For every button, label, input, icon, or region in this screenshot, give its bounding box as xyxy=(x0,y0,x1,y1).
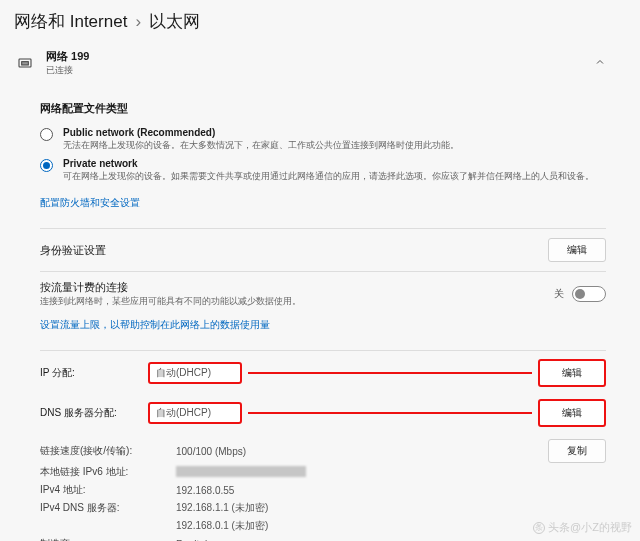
prop-ipv4-label: IPv4 地址: xyxy=(40,483,176,497)
metered-desc: 连接到此网络时，某些应用可能具有不同的功能以减少数据使用。 xyxy=(40,295,554,308)
radio-public-label: Public network (Recommended) xyxy=(63,127,606,138)
copy-button[interactable]: 复制 xyxy=(548,439,606,463)
breadcrumb-current: 以太网 xyxy=(149,10,200,33)
divider xyxy=(40,350,606,351)
prop-dns-value-2: 192.168.0.1 (未加密) xyxy=(176,519,268,533)
ip-edit-button[interactable]: 编辑 xyxy=(538,359,606,387)
radio-public[interactable]: Public network (Recommended) 无法在网络上发现你的设… xyxy=(40,124,606,155)
watermark: 条 头条@小Z的视野 xyxy=(533,520,632,535)
data-limit-link[interactable]: 设置流量上限，以帮助控制在此网络上的数据使用量 xyxy=(40,318,270,332)
metered-label: 按流量计费的连接 xyxy=(40,280,554,295)
ethernet-icon xyxy=(14,55,36,71)
radio-public-desc: 无法在网络上发现你的设备。在大多数情况下，在家庭、工作或公共位置连接到网络时使用… xyxy=(63,139,606,152)
radio-icon[interactable] xyxy=(40,128,53,141)
radio-private-label: Private network xyxy=(63,158,606,169)
metered-toggle[interactable] xyxy=(572,286,606,302)
network-header[interactable]: 网络 199 已连接 xyxy=(0,41,640,85)
breadcrumb-parent[interactable]: 网络和 Internet xyxy=(14,10,127,33)
properties-list: 链接速度(接收/传输): 100/100 (Mbps) 复制 本地链接 IPv6… xyxy=(40,439,606,541)
toggle-off-text: 关 xyxy=(554,287,564,301)
prop-ipv6-label: 本地链接 IPv6 地址: xyxy=(40,465,176,479)
radio-private-desc: 可在网络上发现你的设备。如果需要文件共享或使用通过此网络通信的应用，请选择此选项… xyxy=(63,170,606,183)
prop-speed-value: 100/100 (Mbps) xyxy=(176,446,246,457)
annotation-line xyxy=(248,372,532,374)
ip-assign-row: IP 分配: 自动(DHCP) 编辑 xyxy=(40,359,606,387)
prop-dns-value-1: 192.168.1.1 (未加密) xyxy=(176,501,268,515)
auth-edit-button[interactable]: 编辑 xyxy=(548,238,606,262)
breadcrumb: 网络和 Internet › 以太网 xyxy=(0,0,640,41)
profile-heading: 网络配置文件类型 xyxy=(40,101,606,116)
auth-label: 身份验证设置 xyxy=(40,244,106,256)
prop-dns-label: IPv4 DNS 服务器: xyxy=(40,501,176,515)
prop-ipv6-value-blurred xyxy=(176,466,306,477)
dns-assign-value: 自动(DHCP) xyxy=(148,402,242,424)
chevron-right-icon: › xyxy=(135,12,141,32)
dns-assign-row: DNS 服务器分配: 自动(DHCP) 编辑 xyxy=(40,399,606,427)
prop-speed-label: 链接速度(接收/传输): xyxy=(40,444,176,458)
divider xyxy=(40,271,606,272)
dns-assign-label: DNS 服务器分配: xyxy=(40,406,148,420)
watermark-text: 头条@小Z的视野 xyxy=(548,520,632,535)
radio-private[interactable]: Private network 可在网络上发现你的设备。如果需要文件共享或使用通… xyxy=(40,155,606,186)
prop-ipv4-value: 192.168.0.55 xyxy=(176,485,234,496)
ip-assign-value: 自动(DHCP) xyxy=(148,362,242,384)
watermark-icon: 条 xyxy=(533,522,545,534)
annotation-line xyxy=(248,412,532,414)
radio-icon-selected[interactable] xyxy=(40,159,53,172)
firewall-link[interactable]: 配置防火墙和安全设置 xyxy=(40,196,140,210)
chevron-up-icon[interactable] xyxy=(594,56,606,70)
ip-assign-label: IP 分配: xyxy=(40,366,148,380)
network-status: 已连接 xyxy=(46,64,594,77)
dns-edit-button[interactable]: 编辑 xyxy=(538,399,606,427)
prop-mfg-label: 制造商: xyxy=(40,537,176,541)
divider xyxy=(40,228,606,229)
network-name: 网络 199 xyxy=(46,49,594,64)
